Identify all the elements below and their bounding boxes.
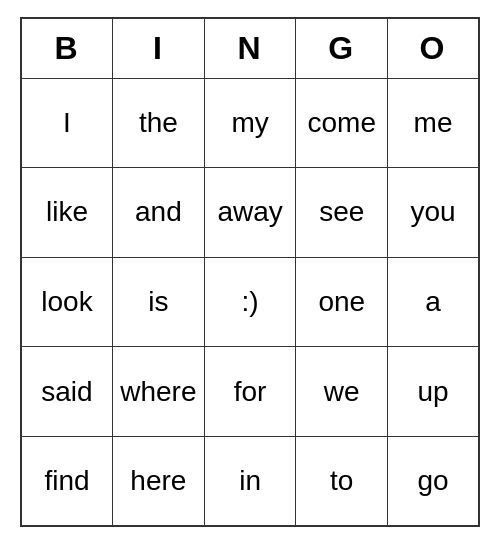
cell-r1-c4[interactable]: you bbox=[388, 168, 479, 258]
header-col-n: N bbox=[204, 18, 296, 78]
cell-r1-c3[interactable]: see bbox=[296, 168, 388, 258]
cell-r1-c2[interactable]: away bbox=[204, 168, 296, 258]
cell-r3-c2[interactable]: for bbox=[204, 347, 296, 437]
cell-r1-c0[interactable]: like bbox=[21, 168, 112, 258]
cell-r4-c4[interactable]: go bbox=[388, 436, 479, 526]
cell-r2-c2[interactable]: :) bbox=[204, 257, 296, 347]
table-row: Ithemycomeme bbox=[21, 78, 479, 168]
table-row: findhereintogo bbox=[21, 436, 479, 526]
cell-r3-c4[interactable]: up bbox=[388, 347, 479, 437]
header-col-b: B bbox=[21, 18, 112, 78]
table-row: saidwhereforweup bbox=[21, 347, 479, 437]
table-row: lookis:)onea bbox=[21, 257, 479, 347]
cell-r4-c0[interactable]: find bbox=[21, 436, 112, 526]
cell-r0-c2[interactable]: my bbox=[204, 78, 296, 168]
header-col-i: I bbox=[112, 18, 204, 78]
header-col-o: O bbox=[388, 18, 479, 78]
cell-r4-c1[interactable]: here bbox=[112, 436, 204, 526]
cell-r0-c1[interactable]: the bbox=[112, 78, 204, 168]
cell-r3-c3[interactable]: we bbox=[296, 347, 388, 437]
bingo-card: BINGO Ithemycomemelikeandawayseeyoulooki… bbox=[20, 17, 480, 527]
cell-r2-c4[interactable]: a bbox=[388, 257, 479, 347]
cell-r4-c2[interactable]: in bbox=[204, 436, 296, 526]
cell-r4-c3[interactable]: to bbox=[296, 436, 388, 526]
cell-r3-c1[interactable]: where bbox=[112, 347, 204, 437]
table-row: likeandawayseeyou bbox=[21, 168, 479, 258]
cell-r2-c1[interactable]: is bbox=[112, 257, 204, 347]
cell-r1-c1[interactable]: and bbox=[112, 168, 204, 258]
cell-r0-c4[interactable]: me bbox=[388, 78, 479, 168]
cell-r2-c0[interactable]: look bbox=[21, 257, 112, 347]
cell-r3-c0[interactable]: said bbox=[21, 347, 112, 437]
cell-r0-c3[interactable]: come bbox=[296, 78, 388, 168]
header-col-g: G bbox=[296, 18, 388, 78]
header-row: BINGO bbox=[21, 18, 479, 78]
cell-r2-c3[interactable]: one bbox=[296, 257, 388, 347]
cell-r0-c0[interactable]: I bbox=[21, 78, 112, 168]
